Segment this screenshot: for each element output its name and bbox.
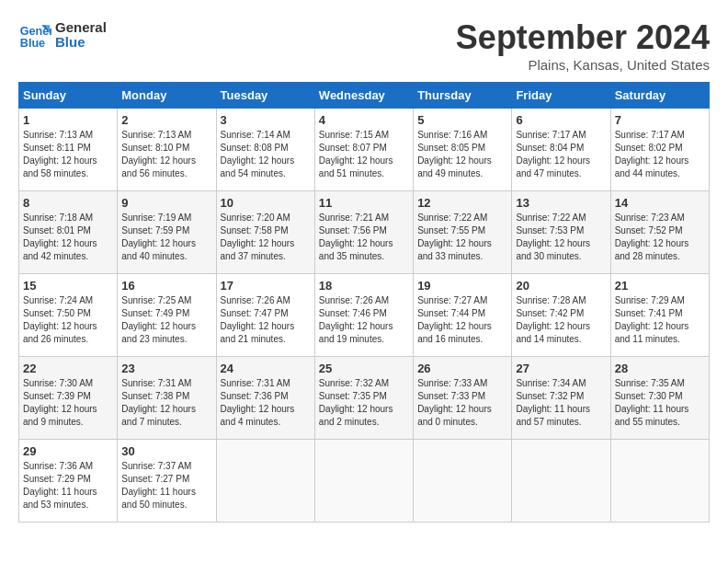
day-cell: 17Sunrise: 7:26 AM Sunset: 7:47 PM Dayli… (216, 274, 314, 357)
header-saturday: Saturday (610, 83, 709, 109)
day-cell: 26Sunrise: 7:33 AM Sunset: 7:33 PM Dayli… (414, 357, 512, 440)
day-cell: 20Sunrise: 7:28 AM Sunset: 7:42 PM Dayli… (512, 274, 610, 357)
day-info: Sunrise: 7:18 AM Sunset: 8:01 PM Dayligh… (23, 212, 113, 263)
header-sunday: Sunday (19, 83, 118, 109)
day-cell: 23Sunrise: 7:31 AM Sunset: 7:38 PM Dayli… (118, 357, 216, 440)
day-info: Sunrise: 7:17 AM Sunset: 8:02 PM Dayligh… (615, 129, 705, 180)
logo-line1: General (55, 20, 107, 36)
day-info: Sunrise: 7:17 AM Sunset: 8:04 PM Dayligh… (516, 129, 606, 180)
day-number: 30 (121, 444, 211, 458)
page-header: General Blue General Blue September 2024… (18, 18, 710, 73)
day-cell: 18Sunrise: 7:26 AM Sunset: 7:46 PM Dayli… (314, 274, 413, 357)
day-number: 2 (121, 113, 211, 127)
day-info: Sunrise: 7:34 AM Sunset: 7:32 PM Dayligh… (516, 377, 606, 429)
day-number: 6 (516, 113, 606, 127)
header-thursday: Thursday (414, 83, 512, 109)
calendar-subtitle: Plains, Kansas, United States (456, 57, 710, 73)
day-info: Sunrise: 7:27 AM Sunset: 7:44 PM Dayligh… (417, 294, 507, 346)
day-cell: 28Sunrise: 7:35 AM Sunset: 7:30 PM Dayli… (610, 357, 709, 440)
day-info: Sunrise: 7:20 AM Sunset: 7:58 PM Dayligh… (221, 212, 311, 263)
day-cell (314, 440, 413, 523)
day-info: Sunrise: 7:16 AM Sunset: 8:05 PM Dayligh… (417, 129, 507, 180)
title-block: September 2024 Plains, Kansas, United St… (456, 18, 710, 73)
header-friday: Friday (512, 83, 610, 109)
day-cell: 7Sunrise: 7:17 AM Sunset: 8:02 PM Daylig… (610, 109, 709, 191)
day-number: 24 (221, 362, 311, 375)
day-number: 1 (23, 113, 113, 127)
day-number: 20 (516, 279, 606, 293)
day-cell: 29Sunrise: 7:36 AM Sunset: 7:29 PM Dayli… (19, 440, 118, 523)
calendar-table: SundayMondayTuesdayWednesdayThursdayFrid… (18, 82, 710, 523)
svg-text:Blue: Blue (20, 37, 45, 50)
day-number: 26 (417, 362, 507, 375)
day-info: Sunrise: 7:31 AM Sunset: 7:36 PM Dayligh… (221, 377, 311, 429)
day-info: Sunrise: 7:33 AM Sunset: 7:33 PM Dayligh… (417, 377, 507, 429)
day-number: 3 (221, 113, 311, 127)
day-cell: 19Sunrise: 7:27 AM Sunset: 7:44 PM Dayli… (414, 274, 512, 357)
day-info: Sunrise: 7:36 AM Sunset: 7:29 PM Dayligh… (23, 460, 113, 511)
day-info: Sunrise: 7:15 AM Sunset: 8:07 PM Dayligh… (319, 129, 409, 180)
day-number: 25 (319, 362, 409, 375)
day-info: Sunrise: 7:13 AM Sunset: 8:10 PM Dayligh… (121, 129, 211, 180)
day-number: 9 (121, 196, 211, 210)
day-info: Sunrise: 7:21 AM Sunset: 7:56 PM Dayligh… (319, 212, 409, 263)
calendar-title: September 2024 (456, 18, 710, 57)
day-number: 16 (121, 279, 211, 293)
week-row-2: 8Sunrise: 7:18 AM Sunset: 8:01 PM Daylig… (19, 191, 710, 274)
day-number: 22 (23, 362, 113, 375)
day-number: 14 (615, 196, 705, 210)
day-cell: 22Sunrise: 7:30 AM Sunset: 7:39 PM Dayli… (19, 357, 118, 440)
day-cell: 25Sunrise: 7:32 AM Sunset: 7:35 PM Dayli… (314, 357, 413, 440)
header-tuesday: Tuesday (216, 83, 314, 109)
day-number: 8 (23, 196, 113, 210)
day-info: Sunrise: 7:29 AM Sunset: 7:41 PM Dayligh… (615, 294, 705, 346)
day-cell: 27Sunrise: 7:34 AM Sunset: 7:32 PM Dayli… (512, 357, 610, 440)
day-cell (610, 440, 709, 523)
day-number: 5 (417, 113, 507, 127)
header-row: SundayMondayTuesdayWednesdayThursdayFrid… (19, 83, 710, 109)
day-cell: 21Sunrise: 7:29 AM Sunset: 7:41 PM Dayli… (610, 274, 709, 357)
day-info: Sunrise: 7:22 AM Sunset: 7:53 PM Dayligh… (516, 212, 606, 263)
day-cell: 9Sunrise: 7:19 AM Sunset: 7:59 PM Daylig… (118, 191, 216, 274)
day-info: Sunrise: 7:19 AM Sunset: 7:59 PM Dayligh… (121, 212, 211, 263)
logo-icon: General Blue (18, 18, 51, 52)
logo: General Blue General Blue (18, 18, 107, 52)
day-cell: 2Sunrise: 7:13 AM Sunset: 8:10 PM Daylig… (118, 109, 216, 191)
week-row-1: 1Sunrise: 7:13 AM Sunset: 8:11 PM Daylig… (19, 109, 710, 191)
day-info: Sunrise: 7:37 AM Sunset: 7:27 PM Dayligh… (121, 460, 211, 511)
day-cell: 30Sunrise: 7:37 AM Sunset: 7:27 PM Dayli… (118, 440, 216, 523)
day-cell: 6Sunrise: 7:17 AM Sunset: 8:04 PM Daylig… (512, 109, 610, 191)
day-number: 29 (23, 444, 113, 458)
day-info: Sunrise: 7:35 AM Sunset: 7:30 PM Dayligh… (615, 377, 705, 429)
day-number: 10 (221, 196, 311, 210)
day-cell: 15Sunrise: 7:24 AM Sunset: 7:50 PM Dayli… (19, 274, 118, 357)
day-info: Sunrise: 7:23 AM Sunset: 7:52 PM Dayligh… (615, 212, 705, 263)
week-row-3: 15Sunrise: 7:24 AM Sunset: 7:50 PM Dayli… (19, 274, 710, 357)
day-info: Sunrise: 7:31 AM Sunset: 7:38 PM Dayligh… (121, 377, 211, 429)
day-cell: 4Sunrise: 7:15 AM Sunset: 8:07 PM Daylig… (314, 109, 413, 191)
day-number: 28 (615, 362, 705, 375)
day-info: Sunrise: 7:26 AM Sunset: 7:47 PM Dayligh… (221, 294, 311, 346)
day-info: Sunrise: 7:28 AM Sunset: 7:42 PM Dayligh… (516, 294, 606, 346)
day-number: 17 (221, 279, 311, 293)
day-cell: 12Sunrise: 7:22 AM Sunset: 7:55 PM Dayli… (414, 191, 512, 274)
logo-line2: Blue (55, 35, 107, 51)
day-cell: 1Sunrise: 7:13 AM Sunset: 8:11 PM Daylig… (19, 109, 118, 191)
day-cell: 3Sunrise: 7:14 AM Sunset: 8:08 PM Daylig… (216, 109, 314, 191)
day-number: 13 (516, 196, 606, 210)
day-info: Sunrise: 7:24 AM Sunset: 7:50 PM Dayligh… (23, 294, 113, 346)
day-cell: 11Sunrise: 7:21 AM Sunset: 7:56 PM Dayli… (314, 191, 413, 274)
day-cell: 5Sunrise: 7:16 AM Sunset: 8:05 PM Daylig… (414, 109, 512, 191)
week-row-4: 22Sunrise: 7:30 AM Sunset: 7:39 PM Dayli… (19, 357, 710, 440)
day-cell: 8Sunrise: 7:18 AM Sunset: 8:01 PM Daylig… (19, 191, 118, 274)
day-cell: 16Sunrise: 7:25 AM Sunset: 7:49 PM Dayli… (118, 274, 216, 357)
day-cell (512, 440, 610, 523)
day-number: 23 (121, 362, 211, 375)
day-cell (414, 440, 512, 523)
day-number: 11 (319, 196, 409, 210)
day-cell: 10Sunrise: 7:20 AM Sunset: 7:58 PM Dayli… (216, 191, 314, 274)
day-number: 19 (417, 279, 507, 293)
week-row-5: 29Sunrise: 7:36 AM Sunset: 7:29 PM Dayli… (19, 440, 710, 523)
day-info: Sunrise: 7:13 AM Sunset: 8:11 PM Dayligh… (23, 129, 113, 180)
day-number: 7 (615, 113, 705, 127)
